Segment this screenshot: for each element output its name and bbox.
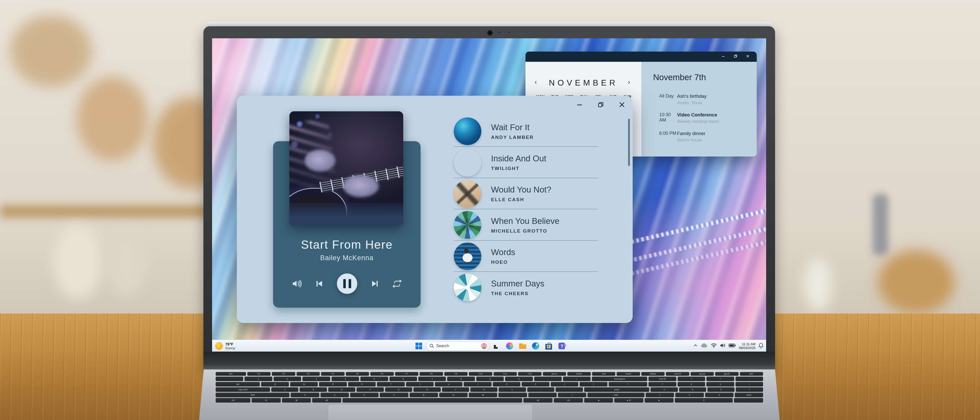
task-view-icon[interactable]	[493, 342, 501, 350]
key-F10: F10	[469, 372, 492, 375]
copilot-icon[interactable]	[506, 342, 513, 350]
key-=: =	[563, 377, 590, 381]
volume-icon[interactable]	[292, 279, 302, 288]
key-7: 7	[418, 377, 446, 381]
previous-track-icon[interactable]	[315, 280, 323, 288]
playlist-song-row[interactable]: Would You Not? ELLE CASH	[454, 178, 623, 209]
key-caps lock: caps lock	[216, 387, 270, 392]
lotus-flower-icon[interactable]	[480, 342, 488, 350]
playlist-song-row[interactable]: When You Believe MICHELLE GROTTO	[454, 209, 623, 240]
calendar-event[interactable]: All Day Ash's birthday Austin, Texas	[659, 94, 749, 105]
weather-widget[interactable]: 78°F Sunny	[215, 340, 235, 352]
scene: ‹ NOVEMBER › MON TUE WED THU FRI SAT SUN…	[0, 0, 980, 420]
song-artwork	[454, 243, 481, 270]
now-playing-title: Start From Here	[273, 238, 421, 251]
key-.: .	[734, 398, 763, 402]
wifi-icon[interactable]	[711, 343, 717, 349]
edge-icon[interactable]	[532, 342, 539, 350]
notification-bell-icon[interactable]	[759, 343, 764, 349]
key--: -	[735, 377, 763, 381]
key-F9: F9	[444, 372, 468, 375]
playback-controls	[273, 273, 421, 294]
calendar-event[interactable]: 6:00 PM Family dinner Mom's house	[659, 131, 749, 143]
key-F1: F1	[247, 372, 270, 375]
laptop-hinge	[204, 352, 775, 369]
pause-button[interactable]	[337, 274, 357, 294]
start-button-icon[interactable]	[415, 342, 423, 350]
key-⊞: ⊞	[282, 398, 311, 402]
close-icon[interactable]	[619, 101, 625, 108]
key-F8: F8	[420, 372, 443, 375]
key-F: F	[356, 387, 383, 392]
minimize-icon[interactable]	[721, 54, 725, 59]
search-input[interactable]: Search	[426, 341, 489, 350]
key-8: 8	[678, 382, 705, 386]
song-artist: HOEO	[491, 259, 515, 265]
song-artist: TWILIGHT	[491, 166, 546, 171]
key-I: I	[464, 382, 491, 386]
close-icon[interactable]	[746, 54, 749, 59]
file-explorer-icon[interactable]	[519, 342, 527, 350]
key-;: ;	[527, 387, 554, 392]
key-num lk: num lk	[649, 377, 676, 381]
playlist-song-row[interactable]: Summer Days THE CHEERS	[454, 272, 623, 303]
battery-icon[interactable]	[729, 344, 736, 348]
teams-icon[interactable]	[558, 343, 565, 349]
weather-temp: 78°F	[225, 342, 235, 346]
key-*: *	[706, 377, 734, 381]
playlist-song-row[interactable]: Wait For It ANDY LAMBER	[454, 116, 623, 147]
clock[interactable]: 11:11 AM 06/03/2025	[739, 342, 756, 350]
key-S: S	[300, 387, 327, 392]
weather-condition: Sunny	[225, 346, 235, 350]
key-shift: shift	[216, 393, 290, 397]
key-2: 2	[675, 393, 703, 397]
key-prt sc: prt sc	[543, 372, 566, 375]
playlist-song-row[interactable]: Words HOEO	[454, 241, 623, 272]
store-icon[interactable]	[545, 342, 553, 350]
key-P: P	[522, 382, 549, 386]
kitchen-utensil-blob	[10, 15, 92, 87]
key-T: T	[377, 382, 404, 386]
song-artwork	[454, 149, 481, 177]
minimize-icon[interactable]	[576, 101, 583, 108]
key-2: 2	[274, 377, 301, 381]
playlist: Wait For It ANDY LAMBER Inside And Out T…	[454, 116, 623, 303]
tray-chevron-icon[interactable]	[694, 344, 697, 348]
tray-time: 11:11 AM	[739, 342, 756, 346]
next-month-icon[interactable]: ›	[628, 79, 630, 85]
key-F4: F4	[321, 372, 344, 375]
key-3: 3	[705, 393, 733, 397]
laptop-keyboard-deck: escF1F2F3F4F5F6F7F8F9F10F11F12prt schome…	[199, 369, 780, 420]
next-track-icon[interactable]	[371, 280, 379, 288]
restore-icon[interactable]	[597, 101, 604, 108]
key-\: \	[609, 382, 648, 386]
key-D: D	[328, 387, 355, 392]
key-4: 4	[331, 377, 359, 381]
key-/: /	[558, 393, 586, 397]
playlist-scrollbar[interactable]	[628, 119, 630, 166]
key-Y: Y	[406, 382, 434, 386]
onedrive-cloud-icon[interactable]	[700, 343, 708, 349]
key-pg dn: pg dn	[715, 372, 738, 375]
key-+: +	[735, 382, 763, 386]
keyboard: escF1F2F3F4F5F6F7F8F9F10F11F12prt schome…	[216, 372, 763, 402]
key-shift: shift	[587, 393, 644, 397]
event-subtitle: Austin, Texas	[677, 100, 749, 105]
key--: -	[534, 377, 562, 381]
key-': '	[555, 387, 583, 392]
laptop-lid: ‹ NOVEMBER › MON TUE WED THU FRI SAT SUN…	[204, 26, 775, 369]
key-H: H	[414, 387, 441, 392]
volume-tray-icon[interactable]	[720, 343, 725, 349]
repeat-icon[interactable]	[393, 280, 402, 288]
calendar-day-panel: November 7th All Day Ash's birthday Aust…	[641, 62, 757, 156]
calendar-event[interactable]: 10:30 AM Video Conference Weekly meeting…	[659, 112, 749, 124]
restore-icon[interactable]	[734, 54, 737, 59]
song-artwork	[454, 180, 481, 208]
key-tab: tab	[216, 382, 260, 386]
playlist-song-row[interactable]: Inside And Out TWILIGHT	[454, 147, 623, 178]
system-tray: 11:11 AM 06/03/2025	[694, 340, 764, 352]
calendar-titlebar[interactable]	[525, 52, 757, 62]
song-title: When You Believe	[491, 216, 559, 226]
trackpad	[328, 404, 533, 420]
hand-left	[305, 150, 335, 172]
